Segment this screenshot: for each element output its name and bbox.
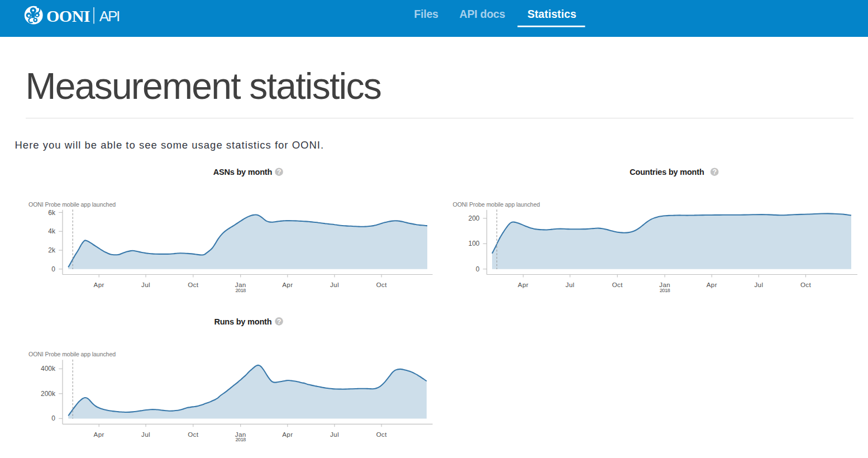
svg-text:Apr: Apr	[282, 431, 293, 438]
svg-text:Jan: Jan	[659, 281, 670, 288]
svg-text:OONI Probe mobile app launched: OONI Probe mobile app launched	[28, 201, 116, 208]
svg-text:2k: 2k	[48, 246, 56, 254]
svg-text:API docs: API docs	[460, 8, 505, 20]
svg-text:OONI: OONI	[46, 7, 90, 25]
svg-text:4k: 4k	[48, 227, 56, 235]
svg-text:Jul: Jul	[141, 281, 150, 288]
svg-text:Runs by month: Runs by month	[214, 317, 271, 326]
svg-text:Apr: Apr	[518, 281, 528, 288]
svg-text:Oct: Oct	[188, 281, 199, 288]
svg-text:200k: 200k	[41, 390, 56, 398]
svg-text:Files: Files	[414, 8, 438, 20]
svg-text:100: 100	[468, 240, 479, 247]
svg-text:Jul: Jul	[141, 431, 150, 438]
svg-text:API: API	[99, 8, 119, 25]
svg-text:0: 0	[51, 414, 55, 422]
svg-text:2018: 2018	[660, 288, 670, 293]
svg-text:Jul: Jul	[330, 431, 339, 438]
svg-text:Apr: Apr	[707, 281, 717, 288]
svg-text:OONI Probe mobile app launched: OONI Probe mobile app launched	[28, 351, 116, 357]
svg-text:Jul: Jul	[330, 281, 339, 288]
svg-text:2018: 2018	[235, 288, 246, 293]
svg-text:Oct: Oct	[376, 281, 387, 288]
svg-text:Measurement statistics: Measurement statistics	[26, 65, 381, 107]
svg-text:?: ?	[712, 168, 717, 176]
svg-text:Oct: Oct	[612, 281, 623, 288]
svg-text:Oct: Oct	[188, 431, 199, 438]
svg-text:OONI Probe mobile app launched: OONI Probe mobile app launched	[453, 201, 540, 208]
svg-text:?: ?	[277, 318, 282, 326]
svg-text:200: 200	[468, 214, 479, 222]
svg-text:Jul: Jul	[566, 281, 575, 288]
svg-text:Countries by month: Countries by month	[629, 168, 704, 176]
svg-text:Oct: Oct	[376, 431, 387, 438]
svg-text:0: 0	[51, 265, 55, 273]
svg-text:2018: 2018	[235, 437, 246, 442]
svg-text:Here you will be able to see s: Here you will be able to see some usage …	[15, 139, 325, 151]
svg-text:Jan: Jan	[235, 281, 246, 288]
svg-text:0: 0	[476, 265, 480, 273]
svg-text:400k: 400k	[41, 365, 56, 373]
svg-text:Oct: Oct	[800, 281, 812, 288]
svg-text:ASNs by month: ASNs by month	[213, 168, 272, 176]
svg-text:6k: 6k	[48, 209, 56, 217]
svg-text:Jul: Jul	[754, 281, 763, 288]
svg-text:Statistics: Statistics	[527, 8, 576, 20]
svg-text:Apr: Apr	[282, 281, 293, 288]
svg-text:Apr: Apr	[94, 281, 104, 288]
svg-text:?: ?	[277, 168, 282, 176]
svg-text:Apr: Apr	[94, 431, 104, 438]
